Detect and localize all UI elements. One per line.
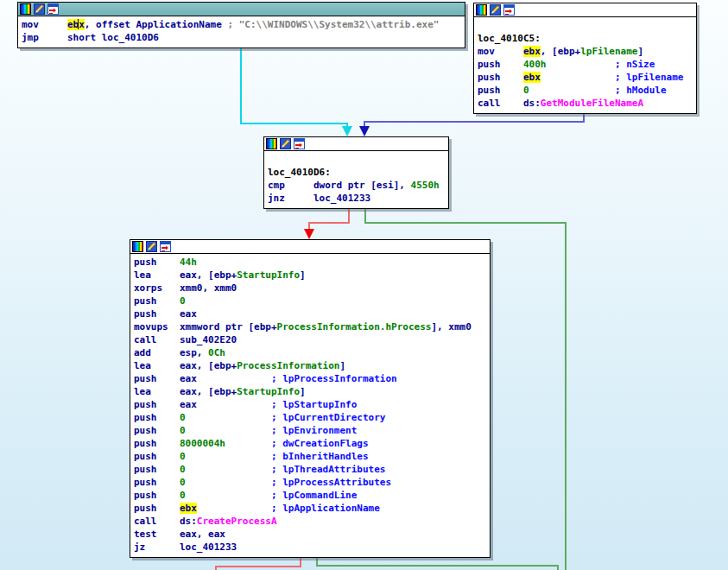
- code-line[interactable]: push eax: [134, 307, 486, 320]
- code-line[interactable]: mov ebx, offset ApplicationName ; "C:\\W…: [22, 18, 461, 31]
- group-node-icon[interactable]: [160, 241, 171, 252]
- edit-node-icon[interactable]: [146, 241, 157, 252]
- node-titlebar[interactable]: [130, 240, 490, 254]
- code-line[interactable]: push 8000004h ; dwCreationFlags: [134, 437, 486, 450]
- node-code[interactable]: loc_4010C5:mov ebx, [ebp+lpFilename]push…: [474, 17, 696, 113]
- node-color-icon[interactable]: [266, 138, 277, 149]
- code-segment-ins: test eax, eax: [134, 529, 225, 540]
- code-line[interactable]: push 0 ; lpThreadAttributes: [134, 463, 486, 476]
- code-line[interactable]: push 0 ; hModule: [478, 84, 693, 97]
- code-segment-ins: jmp short loc_4010D6: [22, 32, 159, 43]
- code-segment-lbl: loc_4010D6:: [268, 167, 331, 178]
- code-line[interactable]: lea eax, [ebp+StartupInfo]: [134, 269, 486, 282]
- code-segment-ins: ]: [339, 360, 345, 371]
- code-segment-cmt: ; hModule: [615, 85, 667, 96]
- code-segment-ins: [186, 464, 271, 475]
- code-line[interactable]: push 0 ; bInheritHandles: [134, 450, 486, 463]
- node-titlebar[interactable]: [264, 137, 448, 151]
- code-line[interactable]: lea eax, [ebp+StartupInfo]: [134, 385, 486, 398]
- code-segment-ins: ], xmm0: [431, 321, 471, 332]
- node-titlebar[interactable]: [18, 3, 465, 16]
- code-segment-ins: mov: [22, 19, 67, 30]
- code-segment-ins: [186, 425, 271, 436]
- code-line[interactable]: test eax, eax: [134, 528, 486, 541]
- code-segment-var: ProcessInformation.hProcess: [277, 321, 432, 332]
- node-code[interactable]: push 44hlea eax, [ebp+StartupInfo]xorps …: [130, 254, 490, 557]
- code-line[interactable]: push ebx ; lpApplicationName: [134, 502, 486, 515]
- code-segment-ins: mov: [478, 46, 523, 57]
- code-segment-ins: [541, 72, 615, 83]
- code-line[interactable]: jnz loc_401233: [268, 192, 445, 205]
- code-line[interactable]: jmp short loc_4010D6: [22, 31, 461, 44]
- edit-node-icon[interactable]: [280, 138, 291, 149]
- edit-node-icon[interactable]: [490, 4, 501, 16]
- code-line[interactable]: call sub_402E20: [134, 333, 486, 346]
- code-segment-api: CreateProcessA: [197, 516, 277, 527]
- code-segment-cmt: ; lpProcessAttributes: [271, 477, 391, 488]
- code-segment-ins: push: [134, 256, 180, 268]
- code-line[interactable]: push 0 ; lpEnvironment: [134, 424, 486, 437]
- code-segment-num: 0: [180, 451, 186, 462]
- node-color-icon[interactable]: [476, 4, 487, 16]
- code-line[interactable]: add esp, 0Ch: [134, 346, 486, 359]
- basic-block-loc-4010C5[interactable]: loc_4010C5:mov ebx, [ebp+lpFilename]push…: [473, 3, 697, 114]
- node-titlebar[interactable]: [474, 3, 696, 17]
- code-segment-ins: ]: [300, 269, 306, 281]
- group-node-icon[interactable]: [294, 138, 305, 149]
- node-code[interactable]: mov ebx, offset ApplicationName ; "C:\\W…: [18, 16, 465, 48]
- code-line[interactable]: push 400h ; nSize: [478, 58, 693, 71]
- code-segment-cmt: ; lpCurrentDirectory: [271, 412, 385, 423]
- code-segment-num: 0: [180, 425, 186, 436]
- code-line[interactable]: push 0 ; lpProcessAttributes: [134, 476, 486, 489]
- group-node-icon[interactable]: [47, 3, 59, 15]
- code-line[interactable]: loc_4010C5:: [478, 32, 693, 45]
- code-segment-ins: [186, 477, 271, 488]
- code-segment-cmt: ; lpCommandLine: [271, 490, 357, 501]
- code-line[interactable]: lea eax, [ebp+ProcessInformation]: [134, 359, 486, 372]
- graph-view[interactable]: mov ebx, offset ApplicationName ; "C:\\W…: [0, 0, 728, 570]
- code-segment-ins: push eax: [134, 373, 271, 384]
- code-line[interactable]: push ebx ; lpFilename: [478, 71, 693, 84]
- code-line[interactable]: push 44h: [134, 256, 486, 269]
- code-line[interactable]: movups xmmword ptr [ebp+ProcessInformati…: [134, 320, 486, 333]
- edge-jnz-false: [309, 209, 349, 230]
- code-line[interactable]: push eax ; lpStartupInfo: [134, 398, 486, 411]
- code-segment-ins: call ds:: [478, 98, 541, 109]
- code-segment-ins: [529, 85, 615, 96]
- code-segment-cmt: ; lpFilename: [615, 72, 683, 83]
- code-line[interactable]: call ds:CreateProcessA: [134, 515, 486, 528]
- code-line[interactable]: jz loc_401233: [134, 541, 486, 554]
- node-code[interactable]: loc_4010D6:cmp dword ptr [esi], 4550hjnz…: [264, 151, 448, 208]
- code-segment-cmt: ; dwCreationFlags: [271, 438, 369, 449]
- code-line[interactable]: push 0 ; lpCommandLine: [134, 489, 486, 502]
- code-segment-ins: lea eax, [ebp+: [134, 360, 237, 371]
- node-color-icon[interactable]: [20, 3, 31, 15]
- code-line[interactable]: mov ebx, [ebp+lpFilename]: [478, 45, 693, 58]
- code-line[interactable]: loc_4010D6:: [268, 166, 445, 179]
- code-segment-num: 0Ch: [208, 347, 225, 358]
- basic-block-loc-4010D6[interactable]: loc_4010D6:cmp dword ptr [esi], 4550hjnz…: [263, 136, 449, 209]
- code-line[interactable]: push eax ; lpProcessInformation: [134, 372, 486, 385]
- code-line[interactable]: [478, 19, 693, 32]
- code-segment-ins: xorps xmm0, xmm0: [134, 282, 237, 294]
- code-line[interactable]: xorps xmm0, xmm0: [134, 282, 486, 294]
- basic-block-mov-applicationname[interactable]: mov ebx, offset ApplicationName ; "C:\\W…: [17, 2, 465, 48]
- code-segment-lbl: loc_4010C5:: [478, 33, 541, 44]
- edge-jnz-false-arrowhead: [304, 229, 314, 239]
- code-line[interactable]: [268, 153, 445, 166]
- code-line[interactable]: push 0: [134, 294, 486, 307]
- code-line[interactable]: cmp dword ptr [esi], 4550h: [268, 179, 445, 192]
- edge-getmodulefilename-fallthrough-arrowhead: [359, 126, 370, 136]
- group-node-icon[interactable]: [503, 4, 515, 16]
- basic-block-createprocess[interactable]: push 44hlea eax, [ebp+StartupInfo]xorps …: [130, 239, 491, 558]
- edit-node-icon[interactable]: [34, 3, 45, 15]
- code-segment-num: 0: [180, 490, 186, 501]
- node-color-icon[interactable]: [132, 241, 143, 252]
- code-segment-hl: ebx: [523, 72, 541, 83]
- code-segment-var: StartupInfo: [237, 269, 300, 281]
- code-line[interactable]: push 0 ; lpCurrentDirectory: [134, 411, 486, 424]
- code-segment-ins: push: [478, 72, 523, 83]
- code-segment-gray: ; "C:\\WINDOWS\\System32\\attrib.exe": [227, 19, 439, 30]
- code-line[interactable]: call ds:GetModuleFileNameA: [478, 97, 693, 110]
- code-segment-num: 0: [523, 85, 529, 96]
